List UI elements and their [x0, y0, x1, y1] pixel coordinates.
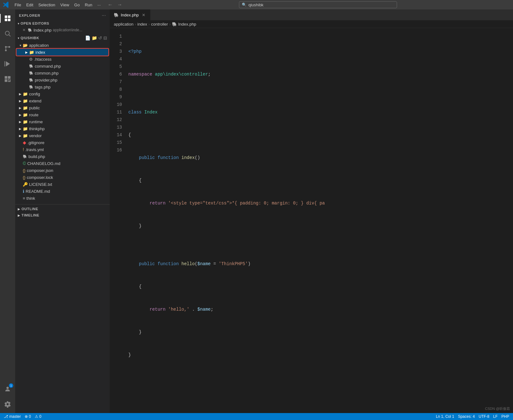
- folder-icon-config: 📁: [23, 92, 28, 96]
- nav-back-button[interactable]: ←: [106, 0, 115, 9]
- activity-item-settings[interactable]: [0, 397, 15, 412]
- tree-item-travis[interactable]: ! .travis.yml: [15, 146, 110, 153]
- travis-icon: !: [23, 147, 24, 152]
- tree-label-vendor: vendor: [29, 133, 42, 138]
- activity-item-run[interactable]: [0, 56, 15, 71]
- code-line-12: {: [128, 283, 513, 290]
- activity-item-account[interactable]: 1: [0, 381, 15, 397]
- tree-item-public[interactable]: ▶ 📁 public: [15, 104, 110, 111]
- breadcrumb-file[interactable]: Index.php: [178, 22, 196, 27]
- breadcrumb-controller[interactable]: controller: [151, 22, 168, 27]
- activity-item-extensions[interactable]: [0, 71, 15, 87]
- status-branch[interactable]: ⎇ master: [4, 414, 21, 419]
- code-line-9: }: [128, 222, 513, 230]
- code-content[interactable]: <?php namespace app\index\controller; cl…: [125, 28, 513, 413]
- new-file-button[interactable]: 📄: [85, 35, 90, 40]
- code-line-1: <?php: [128, 48, 513, 55]
- tree-item-license[interactable]: 🔑 LICENSE.txt: [15, 181, 110, 188]
- tree-item-changelog[interactable]: © CHANGELOG.md: [15, 160, 110, 167]
- line-numbers: 1 2 3 4 5 6 7 8 9 10 11 12 13 14 15 16: [110, 28, 125, 413]
- svg-point-4: [5, 31, 9, 35]
- vscode-logo: [3, 1, 9, 8]
- code-editor[interactable]: 1 2 3 4 5 6 7 8 9 10 11 12 13 14 15 16 <…: [110, 28, 513, 413]
- tree-label: application: [29, 43, 49, 48]
- refresh-button[interactable]: ↺: [98, 35, 102, 40]
- status-warnings[interactable]: ⚠ 0: [35, 414, 41, 419]
- menu-run[interactable]: Run: [82, 1, 95, 9]
- status-errors[interactable]: ⊗ 0: [25, 414, 31, 419]
- open-editor-close[interactable]: ✕: [21, 27, 27, 33]
- menu-edit[interactable]: Edit: [24, 1, 36, 9]
- code-line-11: public function hello($name = 'ThinkPHP5…: [128, 260, 513, 268]
- sidebar-header: EXPLORER ···: [15, 9, 110, 20]
- tree-item-readme[interactable]: ℹ README.md: [15, 188, 110, 195]
- tab-index-php[interactable]: 🐘 Index.php ✕: [110, 9, 150, 20]
- tree-item-composer-json[interactable]: {} composer.json: [15, 167, 110, 174]
- svg-point-6: [5, 46, 7, 48]
- search-input[interactable]: [248, 3, 394, 7]
- activity-item-source-control[interactable]: [0, 41, 15, 56]
- tree-item-think[interactable]: ≡ think: [15, 195, 110, 202]
- breadcrumb-sep-3: ›: [169, 22, 170, 27]
- code-line-7: {: [128, 177, 513, 184]
- tree-item-build[interactable]: 🐘 build.php: [15, 153, 110, 160]
- tab-close-button[interactable]: ✕: [141, 12, 146, 18]
- breadcrumb-index[interactable]: index: [137, 22, 147, 27]
- code-line-6: public function index(): [128, 154, 513, 161]
- nav-buttons: ← →: [106, 0, 124, 9]
- new-folder-button[interactable]: 📁: [92, 35, 97, 40]
- project-header[interactable]: ▾ QIUSHIBK 📄 📁 ↺ ⊟: [15, 33, 110, 42]
- folder-icon: 📂: [23, 43, 28, 48]
- tree-label-common: common.php: [35, 71, 58, 76]
- tree-item-common[interactable]: 🐘 common.php: [15, 70, 110, 76]
- status-encoding[interactable]: UTF-8: [479, 414, 489, 419]
- tree-item-tags[interactable]: 🐘 tags.php: [15, 83, 110, 90]
- tree-item-provider[interactable]: 🐘 provider.php: [15, 76, 110, 83]
- code-line-8: return '<style type="text/css">*{ paddin…: [128, 199, 513, 207]
- tree-item-route[interactable]: ▶ 📁 route: [15, 111, 110, 118]
- activity-item-explorer[interactable]: [0, 11, 15, 26]
- tree-item-index[interactable]: ▶ 📁 index: [16, 49, 108, 56]
- collapse-button[interactable]: ⊟: [103, 35, 107, 40]
- menu-go[interactable]: Go: [72, 1, 82, 9]
- nav-forward-button[interactable]: →: [115, 0, 124, 9]
- tree-item-application[interactable]: ▾ 📂 application: [15, 42, 110, 49]
- tree-item-gitignore[interactable]: ◆ .gitignore: [15, 139, 110, 146]
- breadcrumb-application[interactable]: application: [114, 22, 133, 27]
- tree-label-readme: README.md: [26, 189, 50, 194]
- activity-item-search[interactable]: [0, 26, 15, 41]
- php-file-icon: 🐘: [28, 28, 32, 32]
- status-position[interactable]: Ln 1, Col 1: [436, 414, 454, 419]
- tree-item-thinkphp[interactable]: ▶ 📁 thinkphp: [15, 125, 110, 132]
- project-chevron: ▾: [18, 36, 19, 40]
- tree-item-extend[interactable]: ▶ 📁 extend: [15, 97, 110, 104]
- tree-item-config[interactable]: ▶ 📁 config: [15, 90, 110, 97]
- status-spaces[interactable]: Spaces: 4: [458, 414, 475, 419]
- svg-point-7: [9, 46, 10, 48]
- svg-rect-3: [8, 19, 10, 21]
- sidebar-more-actions[interactable]: ···: [102, 13, 106, 18]
- status-left: ⎇ master ⊗ 0 ⚠ 0: [4, 414, 41, 419]
- menu-view[interactable]: View: [58, 1, 72, 9]
- svg-rect-12: [8, 76, 10, 79]
- tree-item-vendor[interactable]: ▶ 📁 vendor: [15, 132, 110, 139]
- code-line-5: {: [128, 131, 513, 139]
- gear-icon: ⚙: [29, 57, 33, 62]
- tree-item-composer-lock[interactable]: {} composer.lock: [15, 174, 110, 181]
- status-line-ending[interactable]: LF: [493, 414, 498, 419]
- status-language[interactable]: PHP: [501, 414, 509, 419]
- menu-more[interactable]: ···: [95, 1, 103, 9]
- tree-item-runtime[interactable]: ▶ 📁 runtime: [15, 118, 110, 125]
- timeline-header[interactable]: ▶ TIMELINE: [15, 212, 110, 218]
- open-editors-header[interactable]: ▾ OPEN EDITORS: [15, 20, 110, 27]
- php-icon-build: 🐘: [23, 155, 27, 159]
- tree-item-htaccess[interactable]: ⚙ .htaccess: [15, 56, 110, 63]
- tree-item-command[interactable]: 🐘 command.php: [15, 63, 110, 70]
- open-editor-item[interactable]: ✕ 🐘 Index.php application\inde...: [15, 27, 110, 33]
- activity-bar: 1: [0, 9, 15, 413]
- menu-file[interactable]: File: [12, 1, 24, 9]
- outline-header[interactable]: ▶ OUTLINE: [15, 206, 110, 212]
- search-bar[interactable]: 🔍: [239, 1, 397, 8]
- sidebar: EXPLORER ··· ▾ OPEN EDITORS ✕ 🐘 Index.ph…: [15, 9, 110, 413]
- menu-selection[interactable]: Selection: [36, 1, 58, 9]
